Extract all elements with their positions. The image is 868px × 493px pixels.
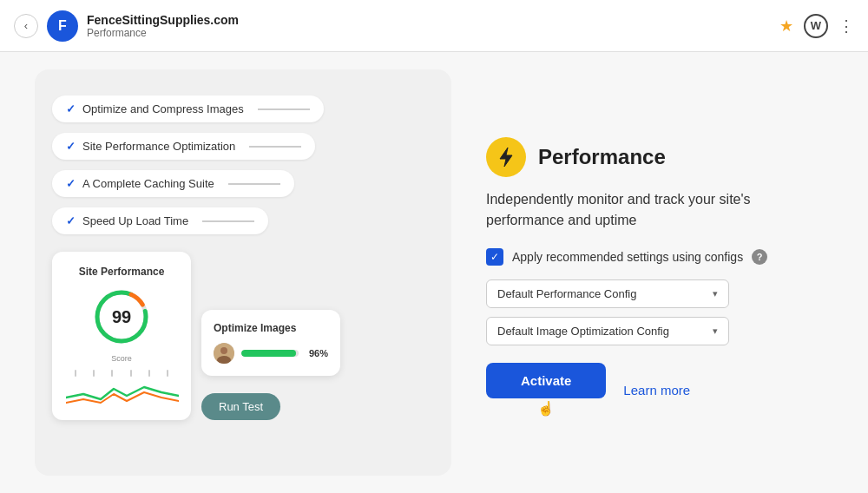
checklist-label: Optimize and Compress Images — [82, 102, 244, 115]
cards-row: Site Performance 99 Score — [52, 252, 434, 420]
site-performance-card: Site Performance 99 Score — [52, 252, 191, 420]
action-row: Activate ☝ Learn more — [486, 363, 833, 417]
dropdown2-label: Default Image Optimization Config — [497, 325, 669, 338]
site-name: FenceSittingSupplies.com — [87, 13, 239, 27]
site-performance-title: Site Performance — [66, 266, 177, 278]
more-options-icon[interactable]: ⋮ — [838, 16, 854, 36]
image-avatar — [214, 343, 234, 364]
chevron-down-icon: ▾ — [713, 288, 718, 299]
svg-point-4 — [220, 347, 227, 354]
plugin-description: Independently monitor and track your sit… — [486, 189, 799, 231]
config-checkbox[interactable]: ✓ — [486, 248, 503, 266]
connector-line — [202, 220, 254, 222]
cursor-icon: ☝ — [537, 400, 555, 417]
topbar: ‹ F FenceSittingSupplies.com Performance… — [0, 0, 868, 52]
checklist-label: Speed Up Load Time — [82, 214, 188, 227]
checkmark-icon: ✓ — [66, 177, 76, 190]
score-label: Score — [66, 354, 177, 363]
topbar-right: ★ W ⋮ — [779, 14, 854, 38]
right-panel: Performance Independently monitor and tr… — [486, 69, 833, 476]
connector-line — [228, 183, 280, 185]
tick — [167, 370, 168, 377]
site-info: FenceSittingSupplies.com Performance — [87, 13, 239, 39]
config-option-label: Apply recommended settings using configs — [512, 250, 743, 264]
connector-line — [258, 108, 310, 110]
site-subtitle: Performance — [87, 27, 239, 39]
optimize-images-card: Optimize Images — [201, 310, 340, 376]
progress-percentage: 96% — [309, 348, 328, 358]
tick — [93, 370, 95, 377]
checklist-label: A Complete Caching Suite — [82, 177, 214, 190]
svg-marker-6 — [500, 148, 512, 167]
checklist: ✓ Optimize and Compress Images ✓ Site Pe… — [52, 95, 434, 234]
learn-more-link[interactable]: Learn more — [623, 383, 690, 398]
wave-chart — [66, 380, 177, 406]
performance-config-dropdown[interactable]: Default Performance Config ▾ — [486, 279, 729, 308]
list-item: ✓ Optimize and Compress Images — [52, 95, 324, 122]
plugin-name: Performance — [538, 145, 666, 169]
progress-container — [241, 350, 299, 357]
list-item: ✓ Site Performance Optimization — [52, 133, 315, 160]
activate-button[interactable]: Activate — [486, 363, 606, 398]
back-button[interactable]: ‹ — [14, 14, 38, 38]
run-test-button[interactable]: Run Test — [201, 393, 280, 420]
favorite-icon[interactable]: ★ — [779, 16, 793, 36]
main-content: ✓ Optimize and Compress Images ✓ Site Pe… — [0, 52, 868, 493]
list-item: ✓ Speed Up Load Time — [52, 207, 268, 234]
score-value: 99 — [112, 307, 131, 327]
chevron-down-icon: ▾ — [713, 325, 718, 337]
wordpress-icon[interactable]: W — [804, 14, 828, 38]
performance-graph — [66, 370, 177, 406]
config-option-row: ✓ Apply recommended settings using confi… — [486, 248, 833, 266]
checkmark-icon: ✓ — [66, 102, 76, 115]
image-optimization-dropdown[interactable]: Default Image Optimization Config ▾ — [486, 317, 729, 345]
score-circle: 99 — [91, 286, 152, 347]
dropdown1-label: Default Performance Config — [497, 287, 636, 300]
progress-bar-fill — [241, 350, 296, 357]
help-icon[interactable]: ? — [752, 249, 767, 265]
performance-icon — [486, 137, 526, 177]
tick — [130, 370, 132, 377]
avatar: F — [47, 10, 78, 42]
tick — [111, 370, 113, 377]
progress-bar-background — [241, 350, 299, 357]
checklist-label: Site Performance Optimization — [82, 140, 235, 153]
checkmark-icon: ✓ — [66, 140, 76, 153]
checkmark-icon: ✓ — [66, 214, 76, 227]
plugin-header: Performance — [486, 137, 833, 177]
tick — [148, 370, 150, 377]
list-item: ✓ A Complete Caching Suite — [52, 170, 294, 197]
connector-line — [249, 146, 301, 148]
left-panel: ✓ Optimize and Compress Images ✓ Site Pe… — [35, 69, 451, 476]
optimize-images-title: Optimize Images — [214, 322, 328, 334]
tick — [75, 370, 76, 377]
topbar-left: ‹ F FenceSittingSupplies.com Performance — [14, 10, 239, 42]
optimize-images-row: 96% — [214, 343, 328, 364]
